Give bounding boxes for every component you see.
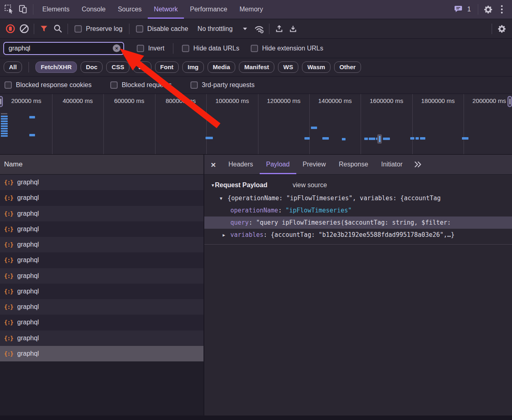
expand-triangle-icon[interactable]: ▶ xyxy=(223,229,230,241)
kebab-menu-icon[interactable] xyxy=(495,2,509,17)
payload-segment: "ipFlowTimeseries" xyxy=(285,207,352,214)
timeline-right-handle[interactable] xyxy=(508,96,512,107)
request-row[interactable]: {:}graphql xyxy=(0,221,203,237)
panel-tab-strip: ElementsConsoleSourcesNetworkPerformance… xyxy=(36,0,269,19)
timeline-activity-bar xyxy=(462,137,468,140)
chip-media[interactable]: Media xyxy=(208,61,236,73)
timeline-activity-bar xyxy=(1,133,8,134)
third-party-checkbox[interactable]: 3rd-party requests xyxy=(187,81,258,89)
record-button[interactable] xyxy=(3,21,17,37)
request-row[interactable]: {:}graphql xyxy=(0,175,203,190)
blocked-cookies-checkbox[interactable]: Blocked response cookies xyxy=(1,81,95,89)
detail-tab-preview[interactable]: Preview xyxy=(296,155,333,174)
timeline-tick-label: 1200000 ms xyxy=(267,97,301,104)
tab-console[interactable]: Console xyxy=(76,0,112,19)
payload-line[interactable]: query: "query ipFlowTimeseries($accountT… xyxy=(204,217,512,229)
payload-line[interactable]: ▶variables: {accountTag: "b12e3b2192ee55… xyxy=(204,229,512,241)
chip-fetch-xhr[interactable]: Fetch/XHR xyxy=(35,61,77,73)
request-name: graphql xyxy=(17,179,39,186)
checkbox-box xyxy=(110,81,118,89)
chip-img[interactable]: Img xyxy=(182,61,204,73)
chip-ws[interactable]: WS xyxy=(278,61,298,73)
payload-line[interactable]: ▼{operationName: "ipFlowTimeseries", var… xyxy=(204,192,512,204)
timeline-left-handle[interactable] xyxy=(0,96,3,107)
import-har-icon[interactable] xyxy=(272,21,286,37)
request-row[interactable]: {:}graphql xyxy=(0,346,203,361)
chip-font[interactable]: Font xyxy=(155,61,179,73)
timeline-tick-label: 2000000 ms xyxy=(473,97,506,104)
payload-segment: : xyxy=(278,207,285,214)
preserve-log-checkbox[interactable]: Preserve log xyxy=(71,25,126,33)
json-braces-icon: {:} xyxy=(4,226,13,232)
blocked-requests-checkbox[interactable]: Blocked requests xyxy=(107,81,175,89)
detail-tab-payload[interactable]: Payload xyxy=(260,155,296,174)
timeline-activity-bar xyxy=(1,116,8,117)
network-settings-gear-icon[interactable] xyxy=(495,21,509,37)
expand-triangle-icon[interactable]: ▼ xyxy=(220,192,228,204)
tab-sources[interactable]: Sources xyxy=(112,0,148,19)
request-row[interactable]: {:}graphql xyxy=(0,206,203,221)
tab-elements[interactable]: Elements xyxy=(36,0,76,19)
detail-tab-initiator[interactable]: Initiator xyxy=(375,155,409,174)
selected-request-marker xyxy=(377,134,382,144)
throttling-select[interactable]: No throttling xyxy=(192,25,252,33)
tab-network[interactable]: Network xyxy=(148,0,184,19)
hide-extension-urls-label: Hide extension URLs xyxy=(262,45,323,52)
filter-input[interactable] xyxy=(6,45,113,52)
request-row[interactable]: {:}graphql xyxy=(0,315,203,330)
request-row[interactable]: {:}graphql xyxy=(0,330,203,346)
disable-cache-checkbox[interactable]: Disable cache xyxy=(132,25,192,33)
search-icon[interactable] xyxy=(51,21,65,37)
chip-all[interactable]: All xyxy=(4,61,22,73)
payload-lines: ▼{operationName: "ipFlowTimeseries", var… xyxy=(204,192,512,241)
request-row[interactable]: {:}graphql xyxy=(0,299,203,315)
request-row[interactable]: {:}graphql xyxy=(0,237,203,252)
hide-data-urls-checkbox[interactable]: Hide data URLs xyxy=(178,45,243,52)
clear-filter-icon[interactable]: × xyxy=(113,44,120,52)
detail-tab-headers[interactable]: Headers xyxy=(222,155,259,174)
timeline-tick-label: 600000 ms xyxy=(114,97,144,104)
chip-doc[interactable]: Doc xyxy=(81,61,103,73)
detail-tab-response[interactable]: Response xyxy=(332,155,374,174)
request-row[interactable]: {:}graphql xyxy=(0,190,203,206)
chip-manifest[interactable]: Manifest xyxy=(239,61,274,73)
chip-js[interactable]: JS xyxy=(133,61,151,73)
network-conditions-icon[interactable] xyxy=(252,21,266,37)
clear-button[interactable] xyxy=(17,21,31,37)
request-name: graphql xyxy=(17,335,39,342)
disable-cache-label: Disable cache xyxy=(147,25,188,33)
payload-line[interactable]: operationName: "ipFlowTimeseries" xyxy=(204,204,512,217)
timeline-activity-bar xyxy=(1,125,8,127)
timeline-canvas[interactable]: 200000 ms400000 ms600000 ms800000 ms1000… xyxy=(0,94,512,155)
device-toolbar-icon[interactable] xyxy=(16,2,30,17)
invert-checkbox[interactable]: Invert xyxy=(133,45,168,52)
request-row[interactable]: {:}graphql xyxy=(0,252,203,268)
json-braces-icon: {:} xyxy=(4,195,13,201)
request-row[interactable]: {:}graphql xyxy=(0,268,203,284)
timeline-activity-bar xyxy=(206,137,213,139)
inspect-element-icon[interactable] xyxy=(2,2,16,17)
collapse-triangle-icon[interactable]: ▾ xyxy=(212,182,214,188)
name-column-header[interactable]: Name xyxy=(0,155,203,175)
settings-gear-icon[interactable] xyxy=(481,2,495,17)
tab-memory[interactable]: Memory xyxy=(233,0,269,19)
divider xyxy=(34,24,34,34)
network-toolbar: Preserve log Disable cache No throttling xyxy=(0,19,512,39)
issues-count[interactable]: 1 xyxy=(467,6,471,13)
payload-segment: variables xyxy=(230,231,263,238)
chip-css[interactable]: CSS xyxy=(106,61,129,73)
timeline-activity-bar xyxy=(364,138,368,140)
more-detail-tabs-icon[interactable] xyxy=(409,161,427,168)
hide-extension-urls-checkbox[interactable]: Hide extension URLs xyxy=(247,45,327,52)
filter-funnel-icon[interactable] xyxy=(37,21,51,37)
chip-wasm[interactable]: Wasm xyxy=(302,61,330,73)
close-details-icon[interactable]: × xyxy=(204,160,222,169)
divider xyxy=(269,24,269,34)
tab-performance[interactable]: Performance xyxy=(184,0,234,19)
json-braces-icon: {:} xyxy=(4,335,13,341)
request-row[interactable]: {:}graphql xyxy=(0,284,203,299)
view-source-link[interactable]: view source xyxy=(293,182,327,189)
issues-bubble-icon[interactable] xyxy=(452,2,466,17)
chip-other[interactable]: Other xyxy=(334,61,361,73)
export-har-icon[interactable] xyxy=(286,21,300,37)
